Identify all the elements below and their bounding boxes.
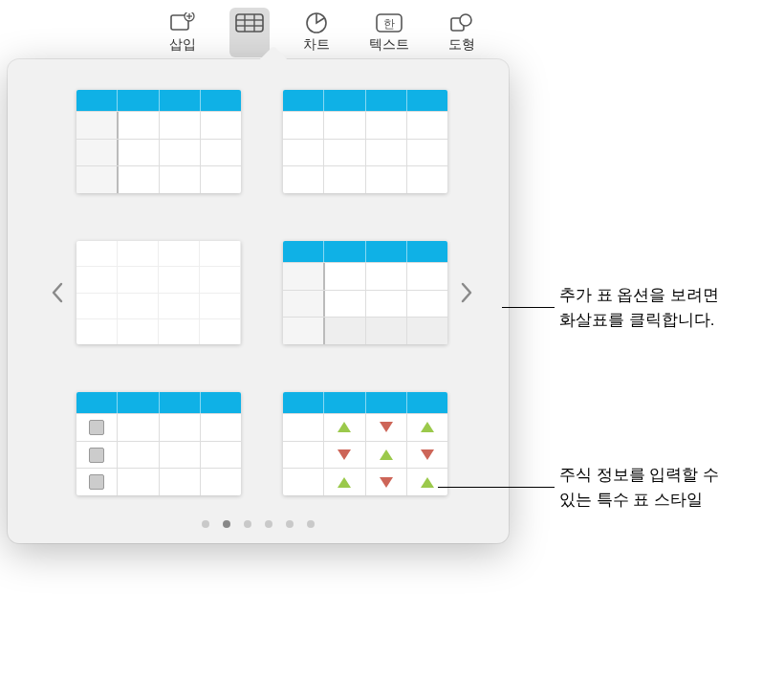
toolbar-insert-label: 삽입 bbox=[169, 36, 196, 54]
triangle-down-icon bbox=[338, 449, 351, 460]
triangle-down-icon bbox=[380, 477, 393, 488]
page-dot-6[interactable] bbox=[307, 520, 315, 528]
prev-arrow[interactable] bbox=[46, 274, 69, 312]
page-dot-3[interactable] bbox=[244, 520, 251, 528]
checkbox-icon bbox=[89, 474, 104, 490]
callout-arrow-line1: 추가 표 옵션을 보려면 bbox=[559, 283, 719, 308]
toolbar-text-label: 텍스트 bbox=[369, 36, 409, 54]
toolbar-shape-label: 도형 bbox=[448, 36, 475, 54]
toolbar: 삽입 차트 한 텍스트 도형 bbox=[0, 0, 784, 57]
page-dot-1[interactable] bbox=[202, 520, 209, 528]
checkbox-icon bbox=[89, 420, 104, 435]
callout-arrow: 추가 표 옵션을 보려면 화살표를 클릭합니다. bbox=[559, 283, 719, 332]
callout-arrow-line2: 화살표를 클릭합니다. bbox=[559, 308, 719, 333]
callout-stock-line2: 있는 특수 표 스타일 bbox=[559, 488, 719, 513]
triangle-up-icon bbox=[338, 422, 351, 432]
triangle-up-icon bbox=[380, 449, 393, 460]
callout-stock-line1: 주식 정보를 입력할 수 bbox=[559, 463, 719, 488]
toolbar-insert[interactable]: 삽입 bbox=[163, 8, 203, 57]
next-arrow[interactable] bbox=[455, 274, 478, 312]
callout-stock: 주식 정보를 입력할 수 있는 특수 표 스타일 bbox=[559, 463, 719, 512]
toolbar-table[interactable] bbox=[229, 8, 270, 57]
triangle-down-icon bbox=[380, 422, 393, 432]
text-icon: 한 bbox=[375, 11, 403, 34]
table-styles-popover bbox=[8, 59, 509, 543]
triangle-up-icon bbox=[421, 477, 434, 488]
callout-line-arrow bbox=[502, 307, 555, 308]
popover-body bbox=[46, 82, 470, 503]
svg-text:한: 한 bbox=[383, 17, 395, 31]
page-dot-2[interactable] bbox=[223, 520, 230, 528]
pagination-dots bbox=[46, 520, 470, 528]
toolbar-chart-label: 차트 bbox=[303, 36, 330, 54]
table-style-4[interactable] bbox=[283, 241, 447, 344]
triangle-up-icon bbox=[338, 477, 351, 488]
callout-line-stock bbox=[438, 487, 555, 488]
chart-icon bbox=[302, 11, 331, 34]
table-style-3[interactable] bbox=[76, 241, 241, 344]
toolbar-text[interactable]: 한 텍스트 bbox=[363, 8, 415, 57]
shape-icon bbox=[447, 11, 476, 34]
insert-icon bbox=[168, 11, 197, 34]
triangle-up-icon bbox=[421, 422, 434, 432]
table-style-2[interactable] bbox=[283, 90, 447, 193]
svg-point-13 bbox=[460, 14, 471, 26]
checkbox-icon bbox=[89, 448, 104, 463]
triangle-down-icon bbox=[421, 449, 434, 460]
svg-rect-4 bbox=[236, 14, 263, 32]
table-style-stock[interactable] bbox=[283, 392, 447, 495]
toolbar-chart[interactable]: 차트 bbox=[296, 8, 337, 57]
table-icon bbox=[235, 11, 264, 34]
page-dot-5[interactable] bbox=[286, 520, 294, 528]
table-style-1[interactable] bbox=[76, 90, 241, 193]
table-styles-grid bbox=[76, 82, 447, 503]
table-style-5[interactable] bbox=[76, 392, 241, 495]
page-dot-4[interactable] bbox=[265, 520, 272, 528]
toolbar-shape[interactable]: 도형 bbox=[442, 8, 482, 57]
